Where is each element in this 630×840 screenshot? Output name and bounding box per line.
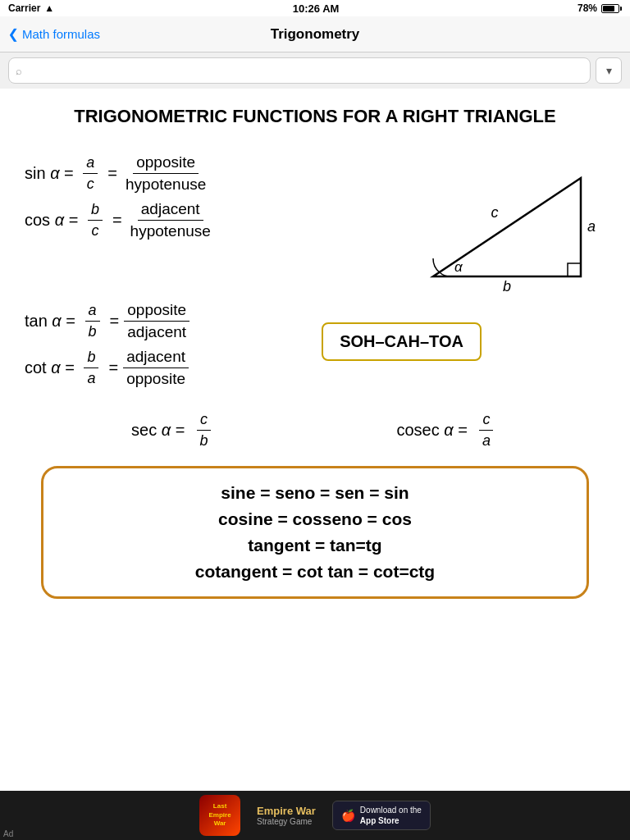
triangle-c-label: c [491, 204, 499, 221]
search-icon: ⌕ [16, 65, 22, 77]
sin-word-num: opposite [133, 153, 199, 174]
search-dropdown-button[interactable]: ▾ [596, 57, 622, 84]
back-button[interactable]: ❯ Math formulas [8, 26, 100, 42]
wifi-icon: ▲ [44, 2, 54, 14]
formulas-left: sin α = a c = opposite hypotenuse cos α … [25, 153, 400, 247]
status-bar: Carrier ▲ 10:26 AM 78% [0, 0, 630, 16]
tan-label: tan α = [25, 312, 80, 331]
cosec-den: a [479, 431, 494, 450]
sin-label: sin α = [25, 164, 78, 183]
back-label: Math formulas [22, 27, 100, 41]
sec-formula: sec α = c b [131, 411, 216, 450]
sin-wordfrac: opposite hypotenuse [122, 153, 209, 194]
carrier-label: Carrier [8, 2, 40, 14]
cos-frac: b c [88, 201, 103, 240]
sec-label: sec α = [131, 421, 185, 440]
equiv-line-2: cosine = cosseno = cos [63, 509, 567, 529]
cot-word-num: adjacent [123, 348, 189, 368]
cosec-label: cosec α = [396, 421, 467, 440]
cot-frac: b a [84, 349, 98, 387]
cot-word-den: opposite [123, 368, 189, 388]
tan-wordfrac: opposite adjacent [124, 301, 189, 341]
sin-frac: a c [83, 154, 98, 193]
search-bar: ⌕ ▾ [0, 52, 630, 89]
apple-logo-icon: 🍎 [341, 809, 355, 822]
sec-frac: c b [196, 411, 211, 450]
sin-num: a [83, 154, 98, 174]
page-title: TRIGONOMETRIC FUNCTIONS FOR A RIGHT TRIA… [25, 105, 605, 129]
cos-num: b [88, 201, 103, 221]
ad-game-icon: LastEmpireWar [199, 795, 240, 836]
ad-text-area: Empire War Strategy Game [257, 805, 316, 826]
cot-formula: cot α = b a = adjacent opposite [25, 348, 189, 388]
tan-frac: a b [85, 302, 100, 340]
time-label: 10:26 AM [293, 2, 340, 15]
formulas-top-section: sin α = a c = opposite hypotenuse cos α … [25, 153, 605, 293]
triangle-b-label: b [503, 278, 511, 294]
cot-num: b [84, 349, 98, 368]
ad-label: Ad [3, 829, 13, 838]
app-store-text: Download on theApp Store [360, 805, 422, 826]
ad-subtitle: Strategy Game [257, 817, 316, 826]
sohtoa-area: SOH–CAH–TOA [189, 309, 605, 361]
tan-eq: = [110, 312, 120, 331]
right-column: c a b α [400, 153, 605, 293]
tan-num: a [85, 302, 100, 322]
svg-rect-1 [568, 263, 581, 276]
equivalence-box: sine = seno = sen = sin cosine = cosseno… [41, 466, 589, 599]
sohtoa-label: SOH–CAH–TOA [340, 332, 463, 350]
app-store-badge[interactable]: 🍎 Download on theApp Store [332, 801, 431, 830]
status-left: Carrier ▲ [8, 2, 54, 14]
battery-percent: 78% [578, 2, 597, 14]
battery-icon [601, 4, 622, 13]
tan-formula: tan α = a b = opposite adjacent [25, 301, 189, 341]
cos-eq: = [112, 211, 122, 230]
equiv-line-1: sine = seno = sen = sin [63, 483, 567, 503]
ad-title: Empire War [257, 805, 316, 817]
equiv-line-4: cotangent = cot tan = cot=ctg [63, 562, 567, 582]
cos-wordfrac: adjacent hypotenuse [127, 200, 214, 240]
sec-num: c [197, 411, 211, 431]
triangle-svg: c a b α [417, 162, 597, 293]
tan-word-den: adjacent [124, 322, 189, 341]
sin-den: c [84, 174, 98, 193]
triangle-a-label: a [587, 218, 596, 235]
ad-banner[interactable]: LastEmpireWar Empire War Strategy Game 🍎… [0, 791, 630, 840]
sec-den: b [196, 431, 211, 450]
cos-formula: cos α = b c = adjacent hypotenuse [25, 200, 400, 240]
cos-word-num: adjacent [138, 200, 203, 221]
cosec-frac: c a [479, 411, 494, 450]
cos-den: c [88, 221, 102, 240]
tan-cot-formulas: tan α = a b = opposite adjacent cot α = … [25, 301, 189, 395]
cosec-formula: cosec α = c a [396, 411, 498, 450]
tan-den: b [85, 322, 100, 340]
search-input-wrapper[interactable]: ⌕ [8, 57, 591, 84]
chevron-left-icon: ❯ [8, 26, 19, 42]
triangle-alpha-label: α [454, 259, 463, 275]
cot-eq: = [108, 358, 118, 377]
cot-den: a [84, 368, 98, 387]
triangle-diagram: c a b α [409, 162, 605, 293]
equiv-line-3: tangent = tan=tg [63, 536, 567, 555]
cos-word-den: hypotenuse [127, 221, 214, 240]
search-input[interactable] [25, 64, 583, 77]
cot-wordfrac: adjacent opposite [123, 348, 189, 388]
tan-word-num: opposite [124, 301, 189, 322]
cot-label: cot α = [25, 358, 79, 377]
main-content: TRIGONOMETRIC FUNCTIONS FOR A RIGHT TRIA… [0, 89, 630, 615]
sin-word-den: hypotenuse [122, 174, 209, 194]
nav-bar: ❯ Math formulas Trigonometry [0, 16, 630, 52]
ad-inner: LastEmpireWar Empire War Strategy Game 🍎… [199, 795, 431, 836]
tan-cot-section: tan α = a b = opposite adjacent cot α = … [25, 301, 605, 395]
sohtoa-box: SOH–CAH–TOA [322, 322, 482, 361]
cosec-num: c [479, 411, 493, 431]
ad-game-title: LastEmpireWar [209, 802, 231, 828]
cos-label: cos α = [25, 211, 83, 230]
status-right: 78% [578, 2, 622, 14]
sec-cosec-section: sec α = c b cosec α = c a [25, 411, 605, 450]
nav-title: Trigonometry [271, 26, 360, 43]
sin-eq: = [107, 164, 117, 183]
sin-formula: sin α = a c = opposite hypotenuse [25, 153, 400, 194]
